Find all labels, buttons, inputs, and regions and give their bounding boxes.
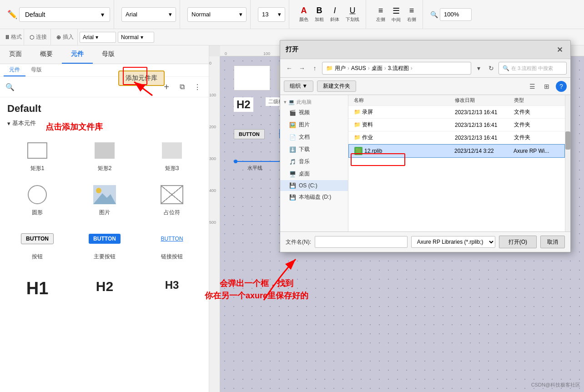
format-icon: Ⅲ [5,34,9,40]
file-row-0[interactable]: 📁 录屏 2023/12/13 16:41 文件夹 [348,106,565,119]
tab-outline[interactable]: 概要 [31,45,62,64]
comp-icon-image [91,183,118,206]
nav-back-button[interactable]: ← [284,63,295,74]
align-center-label: 中间 [392,17,401,23]
bold-button[interactable]: B加粗 [312,4,327,25]
italic-label: 斜体 [330,16,339,23]
component-primary-btn[interactable]: BUTTON 主要按钮 [71,222,138,266]
cancel-button[interactable]: 取消 [540,236,565,248]
file-type-2: 文件夹 [514,134,559,141]
sidebar-item-pictures[interactable]: 🖼️ 图片 [280,119,348,131]
component-rect1[interactable]: 矩形1 [4,134,71,178]
sub-tab-master[interactable]: 母版 [25,64,47,76]
sidebar-item-downloads[interactable]: ⬇️ 下载 [280,143,348,156]
font-dropdown[interactable]: Arial ▾ [121,7,176,22]
nav-refresh-button[interactable]: ↻ [486,63,497,74]
section-basic[interactable]: ▾ 基本元件 [0,116,209,130]
component-btn[interactable]: BUTTON 按钮 [4,222,71,266]
components-panel: 🔍 + ⧉ ⋮ Default ▾ 基本元件 [0,77,209,307]
align-center-button[interactable]: ☰中间 [389,4,403,25]
tab-master[interactable]: 母版 [93,45,124,64]
sidebar-label-downloads: 下载 [299,146,310,153]
heading-h2[interactable]: H2 [71,273,138,304]
path-icon: 📁 [326,65,333,71]
sidebar-item-video[interactable]: 🎬 视频 [280,106,348,119]
new-folder-button[interactable]: 新建文件夹 [317,80,356,92]
path-sep-2: › [368,65,370,71]
file-row-1[interactable]: 📁 资料 2023/12/13 16:41 文件夹 [348,119,565,131]
zoom-dropdown[interactable]: 100% [440,8,472,21]
svg-line-4 [134,82,152,95]
insert-label: 插入 [63,33,74,41]
sub-panel-tabs: 元件 母版 [0,64,209,77]
edit-icon: ✏️ [7,10,17,20]
sidebar-item-desktop[interactable]: 🖥️ 桌面 [280,168,348,180]
font-color-button[interactable]: A颜色 [297,4,311,25]
sidebar-item-music[interactable]: 🎵 音乐 [280,156,348,168]
component-image[interactable]: 图片 [71,178,138,222]
nav-up-button[interactable]: ↑ [309,63,320,74]
left-panel: 页面 概要 元件 母版 元件 母版 🔍 + ⧉ ⋮ [0,45,209,392]
file-row-3[interactable]: 🟩 12.rplib 2023/12/14 3:22 Axure RP Wi..… [348,144,565,158]
path-sep-4: › [411,65,413,71]
file-icon-3: 🟩 12.rplib [354,147,454,155]
underline-label: 下划线 [346,16,359,23]
chevron-down-icon: ▾ [7,120,10,127]
filetype-select[interactable]: Axure RP Libraries (*.rplib;) [411,236,495,248]
sidebar-label-c: OS (C:) [299,182,317,189]
more-options-button[interactable]: ⋮ [191,80,204,93]
dialog-file-list: 名称 修改日期 类型 📁 录屏 2023/12/13 16:41 文件夹 📁 资… [348,95,565,231]
component-placeholder[interactable]: 占位符 [138,178,206,222]
component-circle[interactable]: 圆形 [4,178,71,222]
component-link-btn[interactable]: BUTTON 链接按钮 [138,222,206,266]
heading-h1[interactable]: H1 [4,273,71,304]
sidebar-group-pc[interactable]: ▾ 💻 此电脑 [280,97,348,106]
sidebar-label-docs: 文档 [299,133,310,141]
underline-button[interactable]: U下划线 [343,4,362,25]
more-icon: ⋮ [194,83,201,91]
align-left-button[interactable]: ≡左侧 [373,4,388,25]
connect-icon: ⬡ [30,34,34,40]
organize-button[interactable]: 组织 ▼ [284,80,313,92]
tab-components[interactable]: 元件 [62,45,93,64]
tab-page[interactable]: 页面 [0,45,31,64]
heading-h3[interactable]: H3 [138,273,206,304]
dialog-search[interactable]: 🔍 在 3.流程图 中搜索 [498,62,567,75]
search-zoom-icon: 🔍 [430,11,438,18]
font-mini-dropdown[interactable]: Arial ▾ [80,32,116,43]
copy-library-button[interactable]: ⧉ [176,80,188,93]
dialog-scrollbar[interactable] [565,95,570,231]
sidebar-item-d[interactable]: 💾 本地磁盘 (D:) [280,191,348,203]
path-sep-3: › [384,65,386,71]
arrow-1 [130,77,157,100]
help-button[interactable]: ? [556,81,567,92]
style-label: Default [25,11,45,18]
sidebar-item-c[interactable]: 💾 OS (C:) [280,180,348,191]
scrollbar-thumb [565,131,570,150]
view-list-button[interactable]: ☰ [527,81,538,92]
btn-link-preview: BUTTON [161,236,183,242]
normal-mini-dropdown[interactable]: Normal ▾ [118,32,154,43]
ok-button[interactable]: 打开(O) [499,236,537,248]
canvas-waterline-label: 水平线 [247,165,262,171]
style-mode-dropdown[interactable]: Normal ▾ [187,7,247,22]
dialog-close-button[interactable]: ✕ [554,44,565,55]
dialog-title: 打开 [286,45,298,54]
nav-dropdown-button[interactable]: ▾ [473,63,484,74]
view-detail-button[interactable]: ⊞ [541,81,552,92]
chevron-down-icon: ▾ [239,11,242,18]
font-size-dropdown[interactable]: 13 ▾ [258,7,285,22]
component-rect2[interactable]: 矩形2 [71,134,138,178]
canvas-h2-label: H2 [234,97,253,112]
component-rect3[interactable]: 矩形3 [138,134,206,178]
dialog-path[interactable]: 📁 用户 › ASUS › 桌面 › 3.流程图 › [322,62,471,75]
style-dropdown[interactable]: Default ▾ [19,7,110,22]
insert-icon: ⊕ [56,34,61,40]
align-right-button[interactable]: ≡右侧 [404,4,419,25]
file-row-2[interactable]: 📁 作业 2023/12/13 16:41 文件夹 [348,131,565,144]
sub-tab-components[interactable]: 元件 [4,64,25,76]
nav-forward-button[interactable]: → [297,63,307,74]
sidebar-item-docs[interactable]: 📄 文档 [280,131,348,143]
italic-button[interactable]: I斜体 [327,4,342,25]
filename-input[interactable] [315,236,408,248]
